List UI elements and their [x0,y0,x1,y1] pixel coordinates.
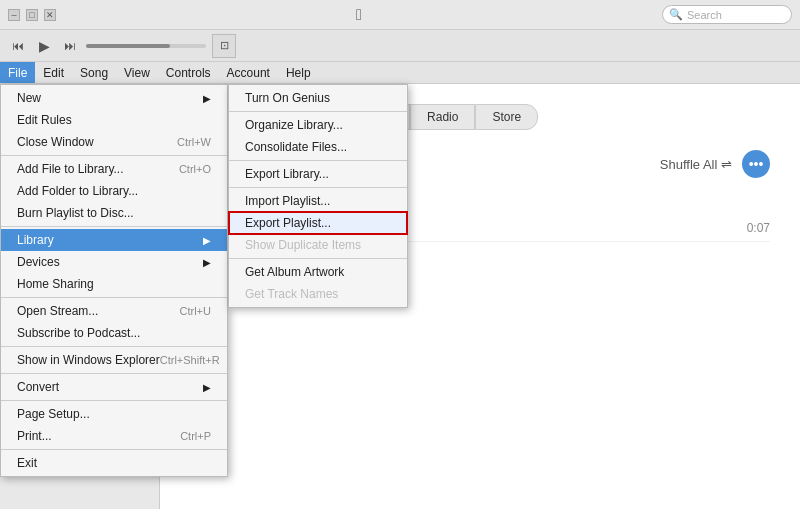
menu-page-setup-label: Page Setup... [17,407,90,421]
menu-devices-arrow: ▶ [203,257,211,268]
toolbar: ⏮ ▶ ⏭ ⊡ [0,30,800,62]
menu-help[interactable]: Help [278,62,319,83]
menu-file[interactable]: File [0,62,35,83]
submenu-export-library-label: Export Library... [245,167,329,181]
menu-page-setup[interactable]: Page Setup... [1,403,227,425]
menu-new-arrow: ▶ [203,93,211,104]
submenu-export-library[interactable]: Export Library... [229,163,407,185]
menu-show-explorer-label: Show in Windows Explorer [17,353,160,367]
submenu-get-track-names: Get Track Names [229,283,407,305]
separator-2 [1,226,227,227]
progress-bar[interactable] [86,44,206,48]
menu-print[interactable]: Print... Ctrl+P [1,425,227,447]
search-icon: 🔍 [669,8,683,21]
submenu-get-track-names-label: Get Track Names [245,287,338,301]
search-placeholder: Search [687,9,722,21]
next-button[interactable]: ⏭ [60,36,80,56]
separator-7 [1,449,227,450]
search-bar[interactable]: 🔍 Search [662,5,792,24]
menu-controls[interactable]: Controls [158,62,219,83]
menu-new[interactable]: New ▶ [1,87,227,109]
menu-close-window-shortcut: Ctrl+W [177,136,211,148]
submenu-sep-2 [229,160,407,161]
apple-logo-icon:  [356,6,362,24]
prev-button[interactable]: ⏮ [8,36,28,56]
menu-burn-playlist[interactable]: Burn Playlist to Disc... [1,202,227,224]
menu-song[interactable]: Song [72,62,116,83]
submenu-import-playlist[interactable]: Import Playlist... [229,190,407,212]
separator-3 [1,297,227,298]
menu-print-shortcut: Ctrl+P [180,430,211,442]
title-bar: – □ ✕  🔍 Search [0,0,800,30]
menu-add-file[interactable]: Add File to Library... Ctrl+O [1,158,227,180]
menu-print-label: Print... [17,429,52,443]
separator-5 [1,373,227,374]
separator-4 [1,346,227,347]
submenu-sep-3 [229,187,407,188]
submenu-consolidate-files[interactable]: Consolidate Files... [229,136,407,158]
separator-1 [1,155,227,156]
file-menu-dropdown: New ▶ Edit Rules Close Window Ctrl+W Add… [0,84,228,477]
submenu-export-playlist[interactable]: Export Playlist... [229,212,407,234]
menu-home-sharing-label: Home Sharing [17,277,94,291]
menu-close-window[interactable]: Close Window Ctrl+W [1,131,227,153]
submenu-import-playlist-label: Import Playlist... [245,194,330,208]
menu-library-arrow: ▶ [203,235,211,246]
submenu-show-duplicates: Show Duplicate Items [229,234,407,256]
submenu-organize-library[interactable]: Organize Library... [229,114,407,136]
tab-store[interactable]: Store [475,104,538,130]
menu-devices[interactable]: Devices ▶ [1,251,227,273]
menu-add-file-label: Add File to Library... [17,162,124,176]
menu-view[interactable]: View [116,62,158,83]
tab-radio[interactable]: Radio [410,104,475,130]
menu-home-sharing[interactable]: Home Sharing [1,273,227,295]
submenu-consolidate-files-label: Consolidate Files... [245,140,347,154]
menu-open-stream-shortcut: Ctrl+U [180,305,211,317]
submenu-turn-on-genius[interactable]: Turn On Genius [229,87,407,109]
submenu-sep-4 [229,258,407,259]
maximize-button[interactable]: □ [26,9,38,21]
menu-library-label: Library [17,233,54,247]
submenu-export-playlist-label: Export Playlist... [245,216,331,230]
menu-library[interactable]: Library ▶ [1,229,227,251]
menu-close-window-label: Close Window [17,135,94,149]
menu-open-stream-label: Open Stream... [17,304,98,318]
menu-convert[interactable]: Convert ▶ [1,376,227,398]
menu-show-explorer-shortcut: Ctrl+Shift+R [160,354,220,366]
menu-convert-arrow: ▶ [203,382,211,393]
menu-bar: File Edit Song View Controls Account Hel… [0,62,800,84]
progress-fill [86,44,170,48]
more-options-button[interactable]: ••• [742,150,770,178]
menu-burn-playlist-label: Burn Playlist to Disc... [17,206,134,220]
library-submenu: Turn On Genius Organize Library... Conso… [228,84,408,308]
close-button[interactable]: ✕ [44,9,56,21]
submenu-show-duplicates-label: Show Duplicate Items [245,238,361,252]
submenu-organize-library-label: Organize Library... [245,118,343,132]
window-controls: – □ ✕ [8,9,56,21]
menu-subscribe-podcast-label: Subscribe to Podcast... [17,326,140,340]
menu-edit[interactable]: Edit [35,62,72,83]
separator-6 [1,400,227,401]
menu-add-folder[interactable]: Add Folder to Library... [1,180,227,202]
menu-new-label: New [17,91,41,105]
menu-exit[interactable]: Exit [1,452,227,474]
submenu-get-album-artwork[interactable]: Get Album Artwork [229,261,407,283]
submenu-get-album-artwork-label: Get Album Artwork [245,265,344,279]
menu-show-explorer[interactable]: Show in Windows Explorer Ctrl+Shift+R [1,349,227,371]
menu-edit-rules[interactable]: Edit Rules [1,109,227,131]
airplay-button[interactable]: ⊡ [212,34,236,58]
menu-edit-rules-label: Edit Rules [17,113,72,127]
menu-open-stream[interactable]: Open Stream... Ctrl+U [1,300,227,322]
menu-add-file-shortcut: Ctrl+O [179,163,211,175]
play-button[interactable]: ▶ [34,36,54,56]
playlist-actions: Shuffle All ⇌ ••• [660,150,770,178]
song-duration: 0:07 [747,221,770,235]
shuffle-button[interactable]: Shuffle All ⇌ [660,157,732,172]
minimize-button[interactable]: – [8,9,20,21]
menu-account[interactable]: Account [219,62,278,83]
menu-convert-label: Convert [17,380,59,394]
submenu-turn-on-genius-label: Turn On Genius [245,91,330,105]
menu-subscribe-podcast[interactable]: Subscribe to Podcast... [1,322,227,344]
submenu-sep-1 [229,111,407,112]
menu-exit-label: Exit [17,456,37,470]
